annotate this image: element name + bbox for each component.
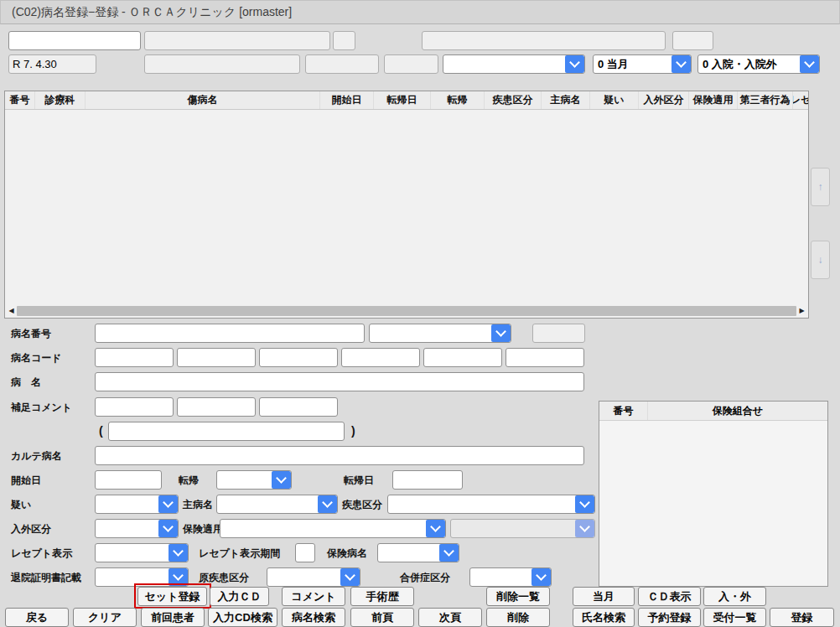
- disease-number-select[interactable]: [369, 324, 511, 343]
- col-disease-name: 傷病名: [86, 91, 320, 109]
- original-disease-class-select[interactable]: [267, 567, 360, 587]
- chevron-down-icon[interactable]: [272, 471, 291, 489]
- col-disease-class: 疾患区分: [485, 91, 542, 109]
- chevron-down-icon[interactable]: [169, 544, 188, 562]
- register-button[interactable]: 登録: [770, 608, 834, 627]
- insurance-apply-select[interactable]: [220, 519, 446, 538]
- disease-class-select[interactable]: [387, 495, 595, 514]
- chevron-down-icon[interactable]: [800, 55, 819, 73]
- inout-select[interactable]: 0 入院・入院外: [697, 54, 820, 74]
- supplementary-comment-input-3[interactable]: [259, 397, 338, 417]
- receipt-display-select[interactable]: [95, 543, 189, 562]
- chevron-down-icon[interactable]: [426, 520, 445, 537]
- outcome-select[interactable]: [216, 470, 292, 490]
- scroll-right-icon[interactable]: ▶: [796, 305, 807, 317]
- col-department: 診療科: [35, 91, 86, 109]
- supplementary-comment-input-1[interactable]: [95, 397, 174, 417]
- disease-code-input-3[interactable]: [259, 348, 338, 367]
- insurance-disease-select[interactable]: [377, 543, 459, 562]
- label-insurance-disease: 保険病名: [327, 547, 367, 561]
- patient-kana-field: [144, 31, 330, 50]
- base-date-field[interactable]: [8, 54, 96, 74]
- set-register-button[interactable]: セット登録: [137, 587, 207, 606]
- label-disease-code: 病名コード: [11, 351, 62, 365]
- surgery-history-button[interactable]: 手術歴: [350, 587, 414, 606]
- name-search-button[interactable]: 氏名検索: [573, 608, 635, 627]
- patient-number-input[interactable]: [8, 31, 141, 50]
- comment-button[interactable]: コメント: [282, 587, 345, 606]
- inout-class-select[interactable]: [95, 519, 179, 538]
- prev-page-button[interactable]: 前頁: [350, 608, 414, 627]
- scroll-left-icon[interactable]: ◀: [6, 305, 17, 317]
- up-arrow-icon: ↑: [818, 181, 823, 193]
- col-third-party: 第三者行為: [738, 91, 793, 109]
- chevron-down-icon: [575, 520, 594, 537]
- main-disease-select[interactable]: [216, 495, 338, 514]
- disease-code-input-6[interactable]: [506, 348, 584, 367]
- label-outcome: 転帰: [179, 474, 199, 488]
- header-disabled-field-2: [305, 54, 379, 74]
- disease-code-input-1[interactable]: [95, 348, 174, 367]
- in-out-button[interactable]: 入・外: [703, 587, 766, 606]
- label-supplementary-comment: 補足コメント: [11, 401, 72, 415]
- disease-table-body[interactable]: [5, 110, 808, 291]
- disease-code-input-2[interactable]: [177, 348, 256, 367]
- previous-patient-button[interactable]: 前回患者: [141, 608, 205, 627]
- disease-code-input-5[interactable]: [423, 348, 502, 367]
- karte-disease-name-input[interactable]: [95, 446, 584, 465]
- back-button[interactable]: 戻る: [5, 608, 69, 627]
- suspected-select[interactable]: [95, 495, 179, 514]
- input-cd-button[interactable]: 入力ＣＤ: [210, 587, 269, 606]
- chevron-down-icon[interactable]: [565, 55, 584, 73]
- disease-name-input[interactable]: [95, 372, 584, 391]
- col-main-disease: 主病名: [542, 91, 590, 109]
- outcome-date-input[interactable]: [392, 470, 463, 490]
- comment-detail-input[interactable]: [108, 422, 345, 441]
- chevron-down-icon[interactable]: [158, 520, 178, 537]
- reception-list-button[interactable]: 受付一覧: [703, 608, 766, 627]
- header-small-field-2: [672, 31, 713, 50]
- col-suspected: 疑い: [590, 91, 639, 109]
- reservation-register-button[interactable]: 予約登録: [638, 608, 701, 627]
- label-disease-number: 病名番号: [11, 327, 51, 341]
- display-month-select[interactable]: 0 当月: [593, 54, 692, 74]
- col-number: 番号: [5, 91, 35, 109]
- scrollbar-thumb[interactable]: [17, 306, 796, 316]
- next-page-button[interactable]: 次頁: [418, 608, 482, 627]
- current-month-button[interactable]: 当月: [573, 587, 635, 606]
- chevron-down-icon[interactable]: [158, 495, 178, 513]
- insurance-panel-body[interactable]: [599, 421, 827, 587]
- horizontal-scrollbar[interactable]: ◀ ▶: [6, 305, 807, 317]
- disease-number-input[interactable]: [95, 324, 365, 343]
- receipt-period-input[interactable]: [295, 543, 315, 562]
- scroll-down-button[interactable]: ↓: [811, 241, 830, 279]
- chevron-down-icon[interactable]: [575, 495, 594, 513]
- cd-display-button[interactable]: ＣＤ表示: [638, 587, 701, 606]
- delete-list-button[interactable]: 削除一覧: [486, 587, 550, 606]
- supplementary-comment-input-2[interactable]: [177, 397, 256, 417]
- delete-button[interactable]: 削除: [486, 608, 550, 627]
- label-main-disease: 主病名: [183, 498, 213, 512]
- chevron-down-icon[interactable]: [439, 544, 459, 562]
- complication-class-select[interactable]: [469, 567, 552, 587]
- input-cd-search-button[interactable]: 入力CD検索: [208, 608, 277, 627]
- disease-code-input-4[interactable]: [341, 348, 420, 367]
- label-discharge-certificate: 退院証明書記載: [11, 571, 81, 585]
- label-disease-class: 疾患区分: [342, 498, 382, 512]
- chevron-down-icon[interactable]: [340, 568, 360, 586]
- start-date-input[interactable]: [95, 470, 162, 490]
- label-receipt-period: レセプト表示期間: [199, 547, 280, 561]
- chevron-down-icon[interactable]: [491, 324, 511, 342]
- header-disabled-field-3: [384, 54, 438, 74]
- scroll-up-button[interactable]: ↑: [811, 168, 830, 206]
- chevron-down-icon[interactable]: [531, 568, 551, 586]
- patient-name-field: [422, 31, 666, 50]
- label-complication-class: 合併症区分: [400, 571, 450, 585]
- chevron-down-icon[interactable]: [671, 55, 691, 73]
- chevron-down-icon[interactable]: [318, 495, 337, 513]
- header-small-field-1: [333, 31, 355, 50]
- label-suspected: 疑い: [11, 498, 31, 512]
- clear-button[interactable]: クリア: [73, 608, 137, 627]
- insurance-combination-select[interactable]: [443, 54, 585, 74]
- disease-search-button[interactable]: 病名検索: [282, 608, 345, 627]
